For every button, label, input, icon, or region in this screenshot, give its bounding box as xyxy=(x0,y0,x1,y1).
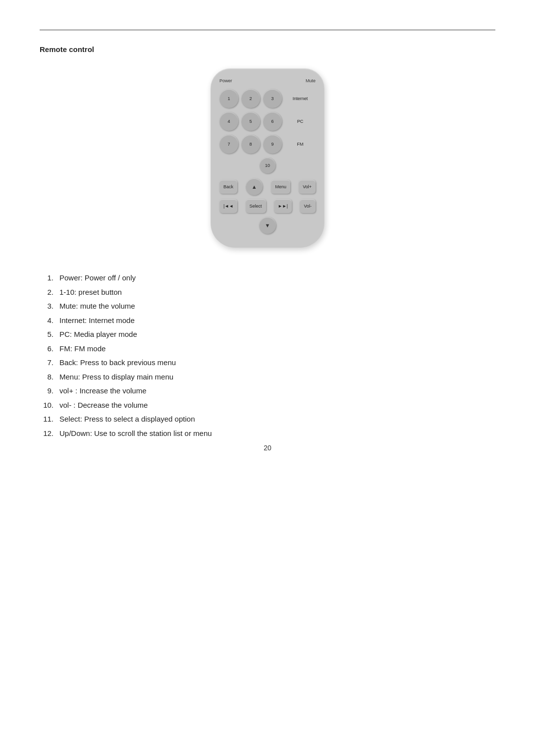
list-item: 12. Up/Down: Use to scroll the station l… xyxy=(40,428,495,439)
section-title: Remote control xyxy=(40,45,495,54)
btn-9[interactable]: 9 xyxy=(263,135,282,154)
btn-10[interactable]: 10 xyxy=(260,158,275,173)
numpad-row-3: 7 8 9 FM xyxy=(219,135,316,154)
list-num: 4. xyxy=(40,315,59,326)
list-item: 4. Internet: Internet mode xyxy=(40,315,495,326)
btn-vol-plus[interactable]: Vol+ xyxy=(299,180,316,194)
list-num: 9. xyxy=(40,385,59,397)
remote-control-diagram: Power Mute 1 2 3 Internet 4 5 6 PC 7 8 xyxy=(40,68,495,248)
list-text: Power: Power off / only xyxy=(59,272,136,284)
internet-label-side: Internet xyxy=(285,96,316,101)
list-text: Select: Press to select a displayed opti… xyxy=(59,414,195,425)
btn-3[interactable]: 3 xyxy=(263,89,282,108)
btn-5[interactable]: 5 xyxy=(241,112,260,131)
mute-label: Mute xyxy=(306,78,316,83)
internet-text: Internet xyxy=(293,96,308,101)
list-item: 3. Mute: mute the volume xyxy=(40,301,495,312)
list-num: 11. xyxy=(40,414,59,425)
list-text: Up/Down: Use to scroll the station list … xyxy=(59,428,212,439)
btn-up[interactable]: ▲ xyxy=(246,178,263,195)
list-item: 7. Back: Press to back previous menu xyxy=(40,357,495,369)
list-num: 10. xyxy=(40,400,59,411)
btn-1[interactable]: 1 xyxy=(219,89,238,108)
feature-list-items: 1. Power: Power off / only 2. 1-10: pres… xyxy=(40,272,495,439)
pc-label-side: PC xyxy=(285,119,316,124)
btn-8[interactable]: 8 xyxy=(241,135,260,154)
list-num: 8. xyxy=(40,372,59,383)
list-text: Internet: Internet mode xyxy=(59,315,135,326)
btn-6[interactable]: 6 xyxy=(263,112,282,131)
list-text: vol- : Decrease the volume xyxy=(59,400,148,411)
ten-row: 10 xyxy=(219,158,316,173)
list-num: 1. xyxy=(40,272,59,284)
list-text: 1-10: preset button xyxy=(59,287,122,298)
btn-rewind[interactable]: |◄◄ xyxy=(219,199,237,213)
btn-back[interactable]: Back xyxy=(219,180,237,194)
list-item: 5. PC: Media player mode xyxy=(40,329,495,340)
page-number: 20 xyxy=(264,444,271,452)
numpad-row-1: 1 2 3 Internet xyxy=(219,89,316,108)
list-item: 10. vol- : Decrease the volume xyxy=(40,400,495,411)
pc-text: PC xyxy=(297,119,304,124)
btn-menu[interactable]: Menu xyxy=(271,180,290,194)
list-item: 2. 1-10: preset button xyxy=(40,287,495,298)
list-text: Menu: Press to display main menu xyxy=(59,372,173,383)
remote-top-row: Power Mute xyxy=(219,78,316,83)
btn-vol-minus[interactable]: Vol- xyxy=(300,199,316,213)
list-num: 3. xyxy=(40,301,59,312)
list-item: 8. Menu: Press to display main menu xyxy=(40,372,495,383)
list-text: PC: Media player mode xyxy=(59,329,137,340)
btn-4[interactable]: 4 xyxy=(219,112,238,131)
list-item: 1. Power: Power off / only xyxy=(40,272,495,284)
top-rule xyxy=(40,30,495,30)
list-text: vol+ : Increase the volume xyxy=(59,385,147,397)
power-label: Power xyxy=(219,78,232,83)
btn-down[interactable]: ▼ xyxy=(259,217,276,234)
list-num: 12. xyxy=(40,428,59,439)
select-row: |◄◄ Select ►►| Vol- xyxy=(219,199,316,213)
btn-select[interactable]: Select xyxy=(246,199,266,213)
list-num: 7. xyxy=(40,357,59,369)
fm-label-side: FM xyxy=(285,142,316,147)
list-num: 5. xyxy=(40,329,59,340)
list-item: 6. FM: FM mode xyxy=(40,343,495,355)
btn-7[interactable]: 7 xyxy=(219,135,238,154)
list-text: FM: FM mode xyxy=(59,343,106,355)
list-num: 6. xyxy=(40,343,59,355)
feature-list: 1. Power: Power off / only 2. 1-10: pres… xyxy=(40,272,495,439)
list-item: 9. vol+ : Increase the volume xyxy=(40,385,495,397)
remote-body: Power Mute 1 2 3 Internet 4 5 6 PC 7 8 xyxy=(211,68,324,248)
btn-2[interactable]: 2 xyxy=(241,89,260,108)
nav-row: Back ▲ Menu Vol+ xyxy=(219,178,316,195)
list-item: 11. Select: Press to select a displayed … xyxy=(40,414,495,425)
list-text: Back: Press to back previous menu xyxy=(59,357,176,369)
btn-forward[interactable]: ►►| xyxy=(274,199,292,213)
list-text: Mute: mute the volume xyxy=(59,301,135,312)
fm-text: FM xyxy=(297,142,304,147)
down-row: ▼ xyxy=(219,217,316,234)
list-num: 2. xyxy=(40,287,59,298)
numpad-row-2: 4 5 6 PC xyxy=(219,112,316,131)
